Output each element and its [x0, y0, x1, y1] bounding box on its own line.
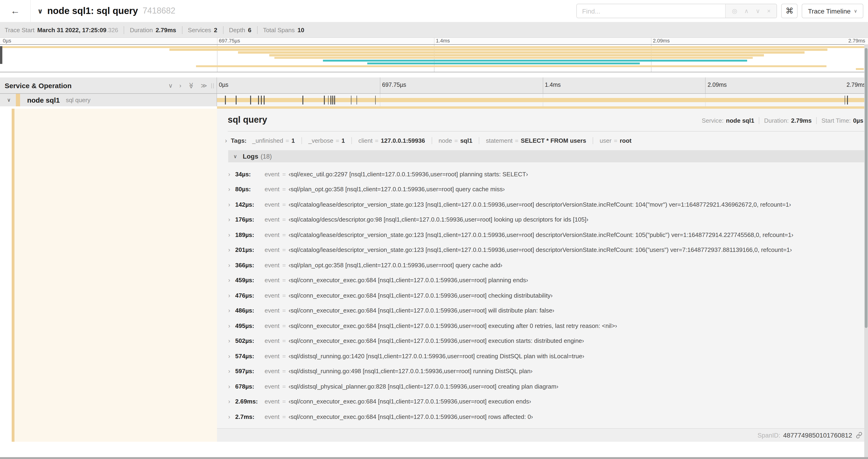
chevron-right-icon: ›: [228, 413, 235, 420]
log-field-value: ‹sql/conn_executor_exec.go:684 [nsql1,cl…: [289, 398, 531, 405]
minimap-bars: [0, 45, 868, 72]
log-entry[interactable]: ›495µs:event=‹sql/conn_executor_exec.go:…: [228, 318, 864, 333]
span-service-name: node sql1: [27, 96, 60, 104]
equals-sign: =: [282, 322, 286, 329]
minimap-span-bar: [274, 57, 753, 59]
scrollbar-thumb[interactable]: [865, 48, 868, 328]
log-field-value: ‹sql/catalog/lease/descriptor_version_st…: [289, 231, 793, 238]
span-id-label: SpanID:: [757, 432, 780, 439]
log-field-value: ‹sql/distsql_running.go:1420 [nsql1,clie…: [289, 353, 584, 360]
chevron-down-icon: ∨: [854, 8, 857, 13]
locate-icon[interactable]: ◎: [732, 8, 737, 14]
log-timestamp: 2.69ms:: [235, 398, 258, 405]
log-entry[interactable]: ›678µs:event=‹sql/distsql_physical_plann…: [228, 379, 864, 394]
log-field-key: event: [265, 322, 280, 329]
meta-label: Services: [188, 26, 211, 33]
ruler-tick-label: 1.4ms: [436, 38, 450, 43]
collapse-one-icon[interactable]: ∨: [168, 82, 173, 89]
expand-one-icon[interactable]: ›: [179, 82, 181, 89]
chevron-right-icon: ›: [228, 277, 235, 284]
log-entry[interactable]: ›502µs:event=‹sql/conn_executor_exec.go:…: [228, 333, 864, 349]
page-scrollbar[interactable]: [864, 44, 868, 457]
log-event-tick: [847, 96, 848, 104]
span-detail-header[interactable]: sql query Service: node sql1 Duration: 2…: [217, 109, 868, 131]
log-entry[interactable]: ›189µs:event=‹sql/catalog/lease/descript…: [228, 227, 864, 242]
log-timestamp: 2.7ms:: [235, 413, 258, 420]
span-log-ticks: [217, 94, 868, 106]
find-group: ◎ ∧ ∨ ×: [577, 4, 777, 18]
clear-search-icon[interactable]: ×: [767, 8, 771, 14]
meta-services: Services 2: [182, 26, 223, 34]
log-timestamp: 574µs:: [235, 353, 258, 360]
logs-list: ›34µs:event=‹sql/exec_util.go:2297 [nsql…: [217, 162, 868, 439]
log-entry[interactable]: ›486µs:event=‹sql/conn_executor_exec.go:…: [228, 303, 864, 318]
span-id-row: SpanID: 4877749850101760812: [217, 428, 868, 442]
chevron-right-icon: ›: [228, 322, 235, 329]
log-field-key: event: [265, 307, 280, 314]
find-input[interactable]: [577, 4, 725, 18]
chevron-down-icon: ∨: [233, 153, 237, 159]
expand-all-icon[interactable]: ≫: [201, 82, 207, 89]
log-timestamp: 34µs:: [235, 171, 258, 178]
back-button[interactable]: ←: [0, 0, 31, 22]
chevron-right-icon: ›: [228, 262, 235, 269]
log-field-key: event: [265, 292, 280, 299]
service-color-stripe: [12, 109, 14, 442]
keyboard-shortcuts-button[interactable]: ⌘: [781, 4, 798, 18]
next-result-icon[interactable]: ∨: [756, 8, 760, 14]
trace-id: 7418682: [143, 6, 175, 16]
log-event-tick: [324, 96, 325, 104]
log-field-key: event: [265, 277, 280, 284]
log-entry[interactable]: ›142µs:event=‹sql/catalog/lease/descript…: [228, 197, 864, 212]
timeline-tick-label: 697.75µs: [382, 81, 406, 88]
collapse-all-icon[interactable]: ≫: [188, 82, 195, 88]
meta-value: 2.79ms: [156, 26, 176, 33]
trace-title: node sql1: sql query: [47, 6, 138, 16]
span-timeline-cell[interactable]: [217, 94, 868, 106]
minimap-span-bar: [238, 52, 805, 54]
equals-sign: =: [282, 201, 286, 208]
log-field-key: event: [265, 231, 280, 238]
equals-sign: =: [282, 262, 286, 269]
log-event-tick: [351, 96, 352, 104]
span-detail-meta: Service: node sql1 Duration: 2.79ms Star…: [697, 115, 863, 124]
log-entry[interactable]: ›176µs:event=‹sql/catalog/descs/descript…: [228, 212, 864, 227]
span-detail-title: sql query: [228, 115, 267, 125]
view-options-button[interactable]: Trace Timeline ∨: [802, 4, 863, 18]
log-event-tick: [264, 96, 265, 104]
timeline-grid-header: Service & Operation ∨ › ≫ ≫ || 0µs 697.7…: [0, 77, 868, 94]
log-field-value: ‹sql/distsql_running.go:498 [nsql1,clien…: [289, 368, 533, 375]
tags-row[interactable]: › Tags: _unfinished=1_verbose=1client=12…: [217, 132, 868, 148]
span-row[interactable]: ∨ node sql1 sql query: [0, 94, 868, 106]
log-entry[interactable]: ›366µs:event=‹sql/plan_opt.go:358 [nsql1…: [228, 258, 864, 273]
detail-meta-value: 0µs: [853, 117, 863, 124]
timeline-tick-label: 0µs: [219, 81, 228, 88]
link-icon[interactable]: [856, 432, 862, 438]
prev-result-icon[interactable]: ∧: [744, 8, 749, 14]
log-entry[interactable]: ›80µs:event=‹sql/plan_opt.go:358 [nsql1,…: [228, 182, 864, 197]
minimap-span-bar: [196, 65, 827, 67]
log-entry[interactable]: ›2.7ms:event=‹sql/conn_executor_exec.go:…: [228, 409, 864, 424]
log-field-key: event: [265, 398, 280, 405]
log-entry[interactable]: ›2.69ms:event=‹sql/conn_executor_exec.go…: [228, 394, 864, 409]
detail-span-bar: [217, 106, 864, 109]
span-collapse-chevron-icon[interactable]: ∨: [7, 97, 11, 103]
minimap-span-bar: [367, 63, 640, 65]
trace-collapse-chevron-icon[interactable]: ∨: [37, 7, 43, 15]
column-resize-handle[interactable]: ||: [211, 82, 215, 89]
log-entry[interactable]: ›201µs:event=‹sql/catalog/lease/descript…: [228, 242, 864, 258]
log-entry[interactable]: ›459µs:event=‹sql/conn_executor_exec.go:…: [228, 273, 864, 288]
chevron-right-icon: ›: [228, 216, 235, 223]
log-field-value: ‹sql/conn_executor_exec.go:684 [nsql1,cl…: [289, 292, 553, 299]
detail-meta-label: Duration:: [764, 117, 789, 124]
log-event-tick: [250, 96, 251, 104]
minimap-left-drag-handle[interactable]: [0, 46, 2, 64]
trace-minimap[interactable]: [0, 44, 868, 72]
logs-header[interactable]: ∨ Logs (18): [228, 150, 865, 162]
log-entry[interactable]: ›597µs:event=‹sql/distsql_running.go:498…: [228, 364, 864, 379]
view-options-label: Trace Timeline: [808, 7, 851, 15]
log-entry[interactable]: ›476µs:event=‹sql/conn_executor_exec.go:…: [228, 288, 864, 303]
log-entry[interactable]: ›34µs:event=‹sql/exec_util.go:2297 [nsql…: [228, 167, 864, 182]
span-name-cell[interactable]: ∨ node sql1 sql query: [0, 94, 217, 106]
log-entry[interactable]: ›574µs:event=‹sql/distsql_running.go:142…: [228, 349, 864, 364]
